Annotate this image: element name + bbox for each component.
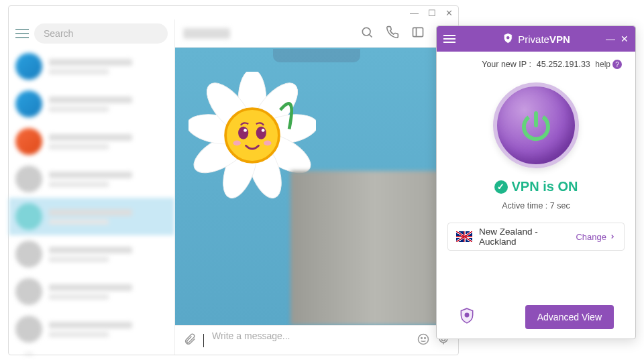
chat-window: — ☐ ✕ Search	[8, 5, 459, 355]
vpn-active-time: Active time : 7 sec	[447, 201, 625, 210]
location-value: New Zealand - Auckland	[479, 227, 576, 247]
message-input[interactable]: Write a message...	[211, 330, 410, 351]
vpn-ip-row: Your new IP : 45.252.191.33 help?	[447, 60, 625, 69]
menu-icon[interactable]	[15, 33, 29, 34]
svg-point-30	[465, 312, 470, 317]
message-composer: Write a message...	[175, 325, 458, 355]
vpn-titlebar: PrivateVPN — ✕	[437, 26, 635, 52]
list-item[interactable]	[9, 85, 174, 123]
list-item[interactable]	[9, 348, 174, 355]
help-icon: ?	[612, 60, 622, 69]
chevron-right-icon	[609, 233, 616, 240]
svg-point-0	[362, 27, 370, 36]
minimize-icon[interactable]: —	[410, 8, 419, 18]
menu-icon[interactable]	[443, 38, 455, 40]
chat-list	[9, 48, 174, 355]
power-button[interactable]	[493, 82, 579, 168]
sidebar-toggle-icon[interactable]	[411, 25, 425, 42]
emoji-icon[interactable]	[417, 333, 430, 349]
list-item[interactable]	[9, 273, 174, 310]
advanced-view-button[interactable]: Advanced View	[525, 305, 614, 329]
chat-title	[183, 28, 230, 39]
svg-point-23	[419, 334, 429, 344]
vpn-status: ✓ VPN is ON	[447, 179, 625, 194]
shield-icon	[458, 307, 476, 327]
svg-line-1	[369, 34, 372, 37]
svg-point-16	[225, 109, 279, 162]
svg-point-27	[506, 36, 510, 40]
help-link[interactable]: help?	[595, 60, 622, 69]
list-item[interactable]	[9, 48, 174, 85]
change-location-link[interactable]: Change	[576, 232, 616, 242]
chat-titlebar: — ☐ ✕	[9, 6, 458, 19]
attach-icon[interactable]	[183, 333, 197, 349]
shield-icon	[502, 32, 514, 46]
chat-main: Write a message...	[175, 19, 458, 355]
search-input[interactable]: Search	[34, 23, 168, 44]
search-icon[interactable]	[360, 25, 374, 42]
chat-header	[175, 19, 458, 48]
power-icon	[518, 107, 554, 143]
list-item[interactable]	[9, 310, 174, 348]
list-item[interactable]	[9, 235, 174, 273]
text-cursor	[203, 334, 204, 347]
vpn-brand: PrivateVPN	[502, 32, 570, 46]
minimize-icon[interactable]: —	[606, 34, 615, 44]
date-pill	[273, 49, 360, 62]
svg-point-20	[262, 129, 265, 132]
flag-icon	[456, 231, 472, 242]
list-item[interactable]	[9, 198, 174, 235]
close-icon[interactable]: ✕	[621, 34, 629, 44]
ip-value: 45.252.191.33	[537, 60, 590, 69]
list-item[interactable]	[9, 123, 174, 160]
svg-rect-2	[413, 27, 423, 36]
check-icon: ✓	[494, 180, 508, 194]
svg-point-21	[233, 141, 241, 146]
ip-label: Your new IP :	[482, 60, 531, 69]
svg-point-22	[264, 141, 271, 146]
image-attachment	[290, 171, 458, 325]
call-icon[interactable]	[386, 25, 399, 42]
svg-point-18	[256, 127, 266, 139]
svg-point-24	[421, 337, 423, 339]
close-icon[interactable]: ✕	[445, 8, 453, 18]
svg-point-19	[244, 129, 247, 132]
list-item[interactable]	[9, 160, 174, 198]
chat-sidebar: Search	[9, 19, 175, 355]
svg-point-17	[238, 127, 248, 139]
svg-point-25	[425, 337, 426, 339]
vpn-location-selector[interactable]: New Zealand - Auckland Change	[447, 223, 625, 251]
vpn-window: PrivateVPN — ✕ Your new IP : 45.252.191.…	[436, 25, 636, 339]
maximize-icon[interactable]: ☐	[428, 8, 436, 18]
chat-canvas	[175, 48, 458, 325]
